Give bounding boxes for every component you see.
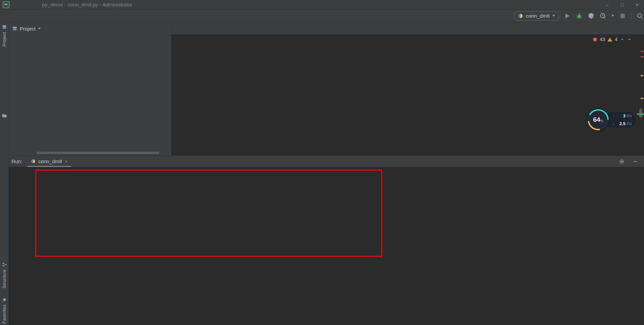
- net-speed-pill: ↑ 3 K/s ↓ 2.5 K/s: [604, 112, 636, 128]
- project-panel-header: Project: [9, 22, 171, 35]
- upload-value: 3: [623, 114, 625, 118]
- horizontal-scrollbar[interactable]: [37, 152, 160, 154]
- run-header-icons: [619, 159, 644, 164]
- window-title: py_demo - conn_dm8.py - Administrator: [42, 2, 132, 7]
- run-tab-label: conn_dm8: [38, 158, 62, 164]
- structure-icon: [2, 262, 7, 267]
- percent-unit: %: [600, 119, 603, 123]
- run-configuration-name: conn_dm8: [526, 13, 550, 19]
- pycharm-logo-icon: PC: [3, 1, 10, 8]
- percent-value: 64: [593, 116, 600, 123]
- project-panel-title[interactable]: Project: [20, 26, 36, 32]
- editor-tab-bar: [171, 22, 644, 35]
- maximize-button[interactable]: □: [621, 2, 623, 7]
- left-strip-bottom: Structure Favorites: [0, 262, 8, 324]
- close-button[interactable]: ×: [636, 2, 639, 7]
- toolbar-divider: [631, 13, 631, 19]
- run-panel-body: [9, 167, 644, 325]
- error-stripe-mark: [641, 51, 643, 52]
- run-panel: Run: conn_dm8 ×: [9, 155, 644, 325]
- hide-panel-icon[interactable]: [632, 159, 638, 164]
- navigation-bar: conn_dm8: [0, 9, 644, 22]
- tool-window-tab-label: Favorites: [2, 304, 7, 324]
- run-configuration-select[interactable]: conn_dm8: [514, 11, 559, 21]
- project-toolwindow-icon: [12, 26, 17, 31]
- error-stripe-mark: [641, 56, 643, 57]
- upload-unit: K/s: [627, 114, 632, 118]
- run-toolbar: conn_dm8: [514, 11, 644, 21]
- tool-window-tab-project[interactable]: Project: [0, 22, 8, 46]
- upload-arrow-icon: ↑: [613, 114, 615, 118]
- chevron-down-icon: [552, 15, 555, 17]
- project-panel: Project: [9, 22, 171, 155]
- chevron-down-icon[interactable]: [38, 28, 41, 30]
- left-tool-strip: Project Structure Favorites: [0, 22, 9, 325]
- debug-button[interactable]: [576, 13, 583, 19]
- warning-stripe-mark: [641, 98, 643, 99]
- percent-ring: 64 %: [588, 109, 609, 130]
- tool-window-tab-label: Structure: [2, 269, 7, 288]
- python-icon: [518, 13, 523, 19]
- chevron-down-icon[interactable]: [611, 15, 614, 17]
- editor-pane: 43 4 ↑ 3 K/s ↓ 2.5 K/s 64 %: [171, 22, 644, 155]
- download-unit: K/s: [627, 122, 632, 126]
- folder-icon[interactable]: [2, 113, 7, 118]
- code-editor[interactable]: [171, 35, 644, 155]
- star-icon: [2, 297, 7, 302]
- annotation-red-box: [35, 170, 382, 257]
- stop-button: [619, 13, 626, 19]
- tool-window-tab-favorites[interactable]: Favorites: [2, 297, 7, 324]
- tool-window-tab-structure[interactable]: Structure: [2, 262, 7, 288]
- run-button[interactable]: [564, 13, 571, 19]
- run-panel-label: Run:: [9, 158, 27, 164]
- search-everywhere-icon[interactable]: [637, 13, 643, 19]
- python-icon: [31, 159, 36, 164]
- profiler-button[interactable]: [600, 13, 606, 19]
- settings-gear-icon[interactable]: [619, 159, 624, 164]
- run-panel-header: Run: conn_dm8 ×: [9, 156, 644, 167]
- upload-speed: ↑ 3 K/s: [613, 114, 632, 118]
- net-speed-widget: ↑ 3 K/s ↓ 2.5 K/s 64 %: [588, 109, 639, 130]
- download-arrow-icon: ↓: [613, 122, 615, 126]
- title-bar: PC py_demo - conn_dm8.py - Administrator…: [0, 0, 644, 9]
- window-controls: – □ ×: [606, 2, 644, 7]
- download-speed: ↓ 2.5 K/s: [613, 121, 632, 126]
- download-value: 2.5: [619, 121, 625, 126]
- warning-stripe-mark: [641, 75, 643, 76]
- minimize-button[interactable]: –: [606, 2, 609, 7]
- close-icon[interactable]: ×: [65, 159, 68, 164]
- run-tab[interactable]: conn_dm8 ×: [27, 156, 71, 167]
- project-toolwindow-icon: [2, 25, 7, 30]
- tool-window-tab-label: Project: [2, 32, 7, 46]
- coverage-button[interactable]: [588, 13, 594, 19]
